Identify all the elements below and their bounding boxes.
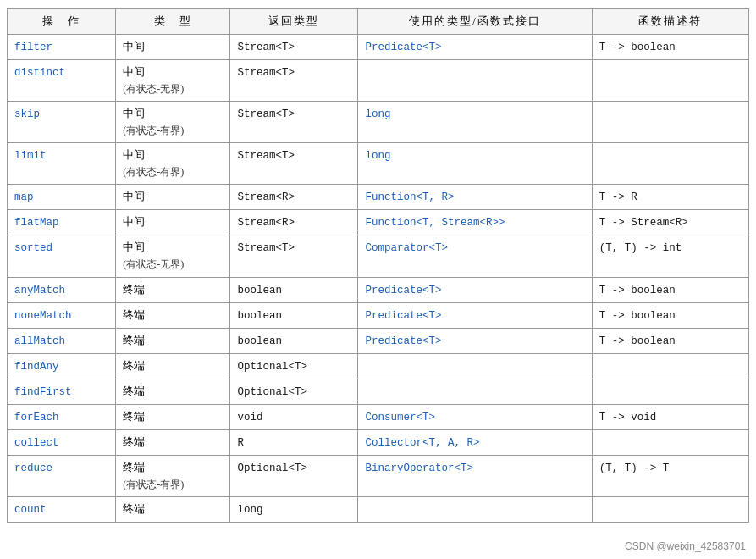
cell-type: 中间: [116, 185, 230, 210]
cell-type: 终端: [116, 496, 230, 522]
cell-interface: Predicate<T>: [358, 277, 592, 302]
cell-descriptor: T -> boolean: [592, 302, 748, 328]
cell-type: 终端: [116, 429, 230, 455]
cell-descriptor: T -> boolean: [592, 34, 748, 59]
cell-type: 中间(有状态-无界): [116, 235, 230, 277]
cell-return: R: [230, 429, 358, 455]
cell-type: 终端(有状态-有界): [116, 455, 230, 496]
cell-interface: [358, 353, 592, 379]
cell-interface: Function<T, R>: [358, 185, 592, 210]
cell-interface: Predicate<T>: [358, 34, 592, 59]
cell-type: 中间(有状态-有界): [116, 143, 230, 185]
cell-descriptor: (T, T) -> int: [592, 235, 748, 277]
cell-return: void: [230, 404, 358, 429]
cell-interface: [358, 496, 592, 522]
cell-descriptor: T -> boolean: [592, 328, 748, 353]
cell-type: 终端: [116, 277, 230, 302]
cell-op: count: [8, 496, 116, 522]
cell-type: 终端: [116, 353, 230, 379]
cell-descriptor: [592, 353, 748, 379]
cell-op: anyMatch: [8, 277, 116, 302]
cell-interface: Comparator<T>: [358, 235, 592, 277]
cell-op: skip: [8, 101, 116, 142]
cell-op: allMatch: [8, 328, 116, 353]
cell-type: 中间(有状态-无界): [116, 59, 230, 101]
table-header-row: 操 作 类 型 返回类型 使用的类型/函数式接口 函数描述符: [8, 9, 749, 35]
cell-interface: Predicate<T>: [358, 328, 592, 353]
cell-op: filter: [8, 34, 116, 59]
cell-return: Stream<R>: [230, 210, 358, 235]
header-type: 类 型: [116, 9, 230, 35]
cell-type: 终端: [116, 379, 230, 404]
cell-return: Stream<T>: [230, 59, 358, 101]
cell-interface: Predicate<T>: [358, 302, 592, 328]
cell-interface: Function<T, Stream<R>>: [358, 210, 592, 235]
table-row: flatMap中间Stream<R>Function<T, Stream<R>>…: [8, 210, 749, 235]
table-row: limit中间(有状态-有界)Stream<T>long: [8, 143, 749, 185]
cell-descriptor: (T, T) -> T: [592, 455, 748, 496]
table-row: sorted中间(有状态-无界)Stream<T>Comparator<T>(T…: [8, 235, 749, 277]
cell-op: forEach: [8, 404, 116, 429]
table-row: forEach终端voidConsumer<T>T -> void: [8, 404, 749, 429]
cell-descriptor: [592, 379, 748, 404]
cell-descriptor: [592, 59, 748, 101]
table-row: filter中间Stream<T>Predicate<T>T -> boolea…: [8, 34, 749, 59]
cell-descriptor: T -> boolean: [592, 277, 748, 302]
stream-operations-table: 操 作 类 型 返回类型 使用的类型/函数式接口 函数描述符 filter中间S…: [7, 8, 749, 523]
cell-descriptor: [592, 143, 748, 185]
watermark-text: CSDN @weixin_42583701: [625, 540, 746, 552]
cell-interface: long: [358, 143, 592, 185]
cell-return: boolean: [230, 302, 358, 328]
cell-return: Stream<T>: [230, 34, 358, 59]
cell-return: Stream<R>: [230, 185, 358, 210]
cell-type: 中间(有状态-有界): [116, 101, 230, 142]
table-row: findAny终端Optional<T>: [8, 353, 749, 379]
cell-descriptor: T -> void: [592, 404, 748, 429]
cell-return: Stream<T>: [230, 235, 358, 277]
cell-op: reduce: [8, 455, 116, 496]
table-row: map中间Stream<R>Function<T, R>T -> R: [8, 185, 749, 210]
table-row: anyMatch终端booleanPredicate<T>T -> boolea…: [8, 277, 749, 302]
main-container: 操 作 类 型 返回类型 使用的类型/函数式接口 函数描述符 filter中间S…: [0, 0, 756, 559]
table-row: noneMatch终端booleanPredicate<T>T -> boole…: [8, 302, 749, 328]
cell-return: Stream<T>: [230, 101, 358, 142]
cell-op: map: [8, 185, 116, 210]
table-row: findFirst终端Optional<T>: [8, 379, 749, 404]
cell-descriptor: T -> Stream<R>: [592, 210, 748, 235]
cell-type: 终端: [116, 404, 230, 429]
header-interface: 使用的类型/函数式接口: [358, 9, 592, 35]
cell-return: boolean: [230, 328, 358, 353]
cell-type: 终端: [116, 328, 230, 353]
cell-op: sorted: [8, 235, 116, 277]
cell-interface: Consumer<T>: [358, 404, 592, 429]
cell-op: flatMap: [8, 210, 116, 235]
cell-type: 终端: [116, 302, 230, 328]
cell-return: Optional<T>: [230, 379, 358, 404]
cell-return: Optional<T>: [230, 455, 358, 496]
cell-descriptor: [592, 496, 748, 522]
header-descriptor: 函数描述符: [592, 9, 748, 35]
cell-op: limit: [8, 143, 116, 185]
cell-op: findAny: [8, 353, 116, 379]
cell-descriptor: T -> R: [592, 185, 748, 210]
cell-op: distinct: [8, 59, 116, 101]
cell-interface: [358, 59, 592, 101]
cell-interface: long: [358, 101, 592, 142]
header-return: 返回类型: [230, 9, 358, 35]
table-row: count终端long: [8, 496, 749, 522]
cell-return: Optional<T>: [230, 353, 358, 379]
cell-descriptor: [592, 429, 748, 455]
table-row: allMatch终端booleanPredicate<T>T -> boolea…: [8, 328, 749, 353]
cell-return: Stream<T>: [230, 143, 358, 185]
cell-op: noneMatch: [8, 302, 116, 328]
cell-op: collect: [8, 429, 116, 455]
header-op: 操 作: [8, 9, 116, 35]
cell-return: boolean: [230, 277, 358, 302]
table-row: collect终端RCollector<T, A, R>: [8, 429, 749, 455]
cell-return: long: [230, 496, 358, 522]
cell-interface: [358, 379, 592, 404]
cell-op: findFirst: [8, 379, 116, 404]
cell-descriptor: [592, 101, 748, 142]
cell-type: 中间: [116, 210, 230, 235]
table-row: skip中间(有状态-有界)Stream<T>long: [8, 101, 749, 142]
